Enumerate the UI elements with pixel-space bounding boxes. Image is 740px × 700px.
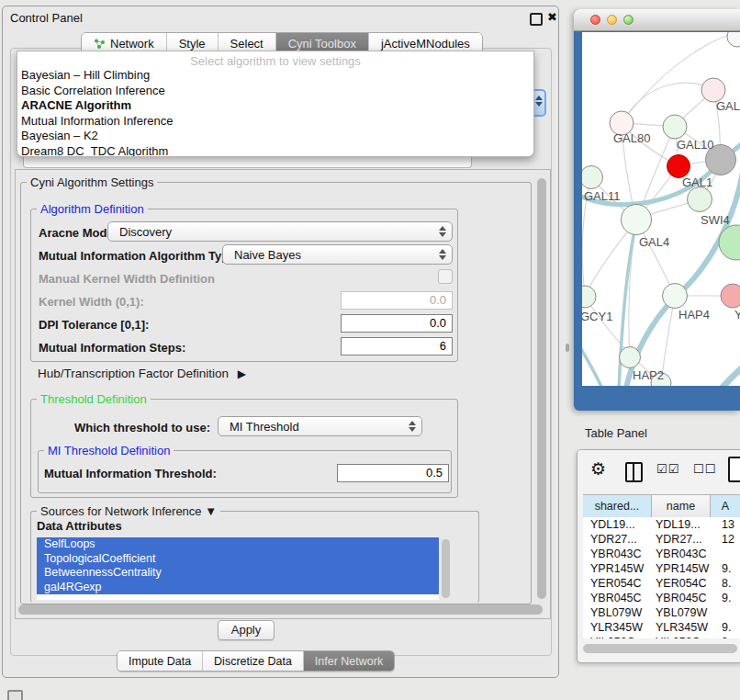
tab-label: Style [179, 37, 206, 51]
attribute-item-selfloops[interactable]: SelfLoops [37, 537, 439, 552]
table-row[interactable]: YER054CYER054C8. [583, 576, 740, 591]
table-row[interactable]: YBR045CYBR045C9. [583, 591, 740, 605]
document-icon[interactable] [728, 457, 740, 482]
aracne-mode-combo[interactable]: Discovery [107, 221, 453, 242]
table-row[interactable]: YPR145WYPR145W9. [583, 561, 740, 576]
tab-infer-network[interactable]: Infer Network [304, 651, 394, 671]
table-cell: YBL079W [583, 605, 652, 620]
table-row[interactable]: YBR043CYBR043C [583, 547, 740, 561]
network-edge[interactable] [625, 166, 740, 386]
gear-icon[interactable]: ⚙ [590, 458, 606, 480]
table-row[interactable]: YIL052CYIL052C9 [583, 635, 740, 638]
attribute-item-topologicalcoefficient[interactable]: TopologicalCoefficient [37, 552, 439, 567]
mi-threshold-label: Mutual Information Threshold: [44, 467, 217, 480]
algorithm-item-aracne-algorithm[interactable]: ARACNE Algorithm [17, 98, 533, 114]
kernel-width-field[interactable]: 0.0 [341, 291, 453, 310]
deselect-all-checkboxes-icon[interactable]: ☐☐ [693, 462, 716, 476]
apply-button[interactable]: Apply [218, 620, 275, 640]
network-node-gal1[interactable] [667, 155, 690, 178]
table-row[interactable]: YDR27...YDR27...12 [583, 532, 740, 547]
tab-label: Select [230, 37, 263, 51]
table-cell [711, 547, 740, 561]
mi-algorithm-type-label: Mutual Information Algorithm Type: [39, 249, 240, 263]
select-all-checkboxes-icon[interactable]: ☑☑ [656, 462, 679, 476]
tab-label: Network [110, 37, 154, 51]
hub-factor-expander[interactable]: Hub/Transcription Factor Definition ▶ [38, 367, 246, 380]
panel-splitter-handle[interactable] [566, 344, 569, 352]
node-label-gcy1: GCY1 [582, 310, 612, 323]
algorithm-item-mutual-information-inference[interactable]: Mutual Information Inference [17, 114, 533, 130]
node-label-y: Y [734, 308, 740, 322]
column-header-shared[interactable]: shared... [583, 495, 652, 517]
network-view-window: GALGAL80GAL10GAL1GAL11SWI4GAL4GCY1HAP4YH… [574, 9, 740, 411]
collapsed-panel-icon[interactable] [7, 690, 23, 700]
network-canvas[interactable]: GALGAL80GAL10GAL1GAL11SWI4GAL4GCY1HAP4YH… [582, 32, 740, 386]
table-cell: YPR145W [652, 561, 711, 576]
minimize-traffic-button[interactable] [607, 15, 617, 25]
table-cell: YDR27... [652, 532, 711, 547]
network-node-gal10[interactable] [663, 115, 687, 139]
dpi-tolerance-field[interactable]: 0.0 [341, 314, 453, 333]
column-header-name[interactable]: name [652, 495, 711, 517]
column-header-a[interactable]: A [711, 495, 740, 517]
network-node-gcy1[interactable] [582, 286, 596, 308]
mi-threshold-field[interactable]: 0.5 [337, 464, 449, 482]
mi-algorithm-type-combo[interactable]: Naive Bayes [222, 244, 453, 265]
close-traffic-button[interactable] [590, 15, 600, 25]
settings-vertical-scrollbar[interactable] [536, 176, 547, 604]
network-node-hap2[interactable] [620, 347, 641, 368]
attributes-scrollbar[interactable] [442, 539, 451, 600]
network-node-y[interactable] [721, 284, 740, 308]
table-cell [711, 605, 740, 620]
table-cell: YBR045C [652, 591, 711, 605]
algorithm-dropdown-popup: Select algorithm to view settings Bayesi… [17, 51, 534, 157]
expander-expanded-icon[interactable]: ▼ [205, 504, 217, 518]
table-row[interactable]: YDL19...YDL19...13 [583, 517, 740, 532]
table-row[interactable]: YLR345WYLR345W9. [583, 620, 740, 635]
group-title: Threshold Definition [37, 392, 151, 406]
hub-factor-label: Hub/Transcription Factor Definition [38, 367, 229, 380]
data-attributes-label: Data Attributes [37, 519, 122, 533]
network-window-titlebar[interactable] [574, 9, 740, 31]
attribute-item-gal4rgexp[interactable]: gal4RGexp [37, 581, 439, 595]
combo-arrows-icon [409, 421, 416, 432]
bottom-tabbar: Impute DataDiscretize DataInfer Network [117, 650, 395, 672]
table-row[interactable]: YBL079WYBL079W [583, 605, 740, 620]
combo-arrows-icon [439, 226, 446, 237]
table-cell: YDL19... [583, 517, 652, 532]
algorithm-item-bayesian-k2[interactable]: Bayesian – K2 [17, 129, 533, 144]
network-edge[interactable] [582, 344, 604, 386]
algorithm-placeholder: Select algorithm to view settings [17, 54, 533, 68]
algorithm-item-basic-correlation-inference[interactable]: Basic Correlation Inference [17, 84, 533, 99]
expander-collapsed-icon: ▶ [238, 367, 246, 380]
tab-impute-data[interactable]: Impute Data [118, 651, 203, 671]
table-cell: YDL19... [652, 517, 711, 532]
algorithm-item-bayesian-hill-climbing[interactable]: Bayesian – Hill Climbing [17, 68, 533, 84]
tab-discretize-data[interactable]: Discretize Data [203, 651, 304, 671]
table-cell: YBR045C [583, 591, 652, 605]
network-node-swi4[interactable] [688, 187, 712, 212]
aracne-mode-label: Aracne Mode: [39, 226, 118, 240]
data-attributes-list: SelfLoopsTopologicalCoefficientBetweenne… [37, 537, 439, 600]
network-node[interactable] [727, 32, 740, 47]
attribute-item-betweennesscentrality[interactable]: BetweennessCentrality [37, 566, 439, 581]
which-threshold-label: Which threshold to use: [74, 421, 210, 435]
settings-horizontal-scrollbar[interactable] [18, 604, 543, 615]
network-node-gal11[interactable] [582, 166, 603, 189]
hidden-combo-fragment [23, 155, 472, 168]
columns-icon[interactable] [625, 462, 643, 482]
which-threshold-combo[interactable]: MI Threshold [218, 416, 422, 436]
algorithm-item-dream8-dc-tdc-algorithm[interactable]: Dream8 DC_TDC Algorithm [17, 144, 533, 158]
mi-steps-field[interactable]: 6 [341, 337, 453, 356]
table-horizontal-scrollbar[interactable] [583, 644, 737, 653]
close-icon[interactable]: ✖ [547, 10, 557, 24]
network-edge[interactable] [718, 362, 740, 386]
network-node-gal4[interactable] [622, 205, 652, 235]
zoom-traffic-button[interactable] [623, 15, 633, 25]
table-cell: YBR043C [583, 547, 652, 561]
table-cell: YER054C [583, 576, 652, 591]
sources-title: Sources for Network Inference [40, 504, 202, 518]
manual-kernel-width-checkbox[interactable] [438, 269, 453, 284]
network-node-hap4[interactable] [663, 284, 688, 309]
float-window-icon[interactable] [530, 13, 543, 26]
